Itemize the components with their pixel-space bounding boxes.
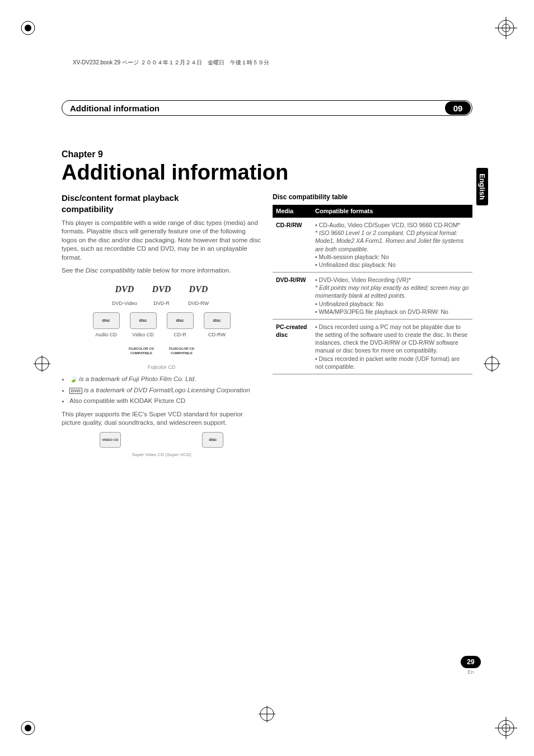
cd-r-logo: disc CD-R <box>167 312 194 338</box>
registration-mark-right <box>484 355 500 372</box>
disc-compat-table: Media Compatible formats CD-R/RW• CD-Aud… <box>273 205 472 374</box>
book-header-line: XV-DV232.book 29 ページ ２００４年１２月２４日 金曜日 午後１… <box>73 59 534 67</box>
language-tab: English <box>476 168 488 205</box>
media-cell: CD-R/RW <box>273 218 312 273</box>
cd-rw-logo: disc CD-RW <box>204 312 231 338</box>
section-title: Additional information <box>70 104 160 113</box>
audio-cd-logo: disc Audio CD <box>93 312 120 338</box>
formats-cell: • DVD-Video, Video Recording (VR)** Edit… <box>312 273 472 320</box>
fujicolor-cd-logo: FUJICOLOR CD COMPATIBLE <box>128 342 155 361</box>
page-lang: En <box>461 669 481 675</box>
svg-point-1 <box>25 25 31 31</box>
svg-point-7 <box>25 725 31 731</box>
fujicolor-cd-compat-logo: FUJICOLOR CD COMPATIBLE <box>168 342 195 361</box>
crop-mark-bottom-right <box>495 717 517 739</box>
compact-disc-svcd-logo: disc <box>202 432 223 448</box>
right-column: Disc compatibility table Media Compatibl… <box>273 192 472 458</box>
dvd-r-logo: DVD DVD-R <box>148 281 175 307</box>
fujicolor-logo-row: FUJICOLOR CD COMPATIBLE FUJICOLOR CD COM… <box>62 342 261 361</box>
chapter-label: Chapter 9 <box>62 149 472 159</box>
crop-mark-top-left <box>17 17 39 39</box>
compat-intro-para: This player is compatible with a wide ra… <box>62 219 261 262</box>
super-video-cd-logo: VIDEO CD <box>100 432 121 448</box>
fuji-trademark-bullet: 🍃 is a trademark of Fuji Photo Film Co. … <box>69 375 261 384</box>
svcd-para: This player supports the IEC's Super VCD… <box>62 410 261 428</box>
crop-mark-top-right <box>495 17 517 39</box>
page-number: 29 En <box>461 656 481 675</box>
kodak-bullet: Also compatible with KODAK Picture CD <box>69 397 261 406</box>
section-header: Additional information 09 <box>62 100 472 116</box>
svcd-logo-row: VIDEO CD disc <box>62 432 261 450</box>
cd-logo-row: disc Audio CD disc Video CD disc CD-R di… <box>62 312 261 338</box>
trademark-bullets: 🍃 is a trademark of Fuji Photo Film Co. … <box>62 375 261 406</box>
dvd-logo-icon: DVD <box>69 388 82 394</box>
table-row: CD-R/RW• CD-Audio, Video CD/Super VCD, I… <box>273 218 472 273</box>
compat-table-heading: Disc compatibility table <box>273 192 472 201</box>
th-formats: Compatible formats <box>312 205 472 218</box>
registration-mark-left <box>34 355 50 372</box>
dvd-rw-logo: DVD DVD-RW <box>185 281 212 307</box>
media-cell: DVD-R/RW <box>273 273 312 320</box>
fuji-leaf-icon: 🍃 <box>69 375 77 382</box>
table-row: DVD-R/RW• DVD-Video, Video Recording (VR… <box>273 273 472 320</box>
media-cell: PC-createddisc <box>273 319 312 374</box>
table-row: PC-createddisc• Discs recorded using a P… <box>273 319 472 374</box>
compat-see-table: See the Disc compatibility table below f… <box>62 266 261 275</box>
svcd-caption: Super Video CD (Super VCD) <box>62 452 261 458</box>
left-column: Disc/content format playback compatibili… <box>62 192 261 458</box>
dvd-logo-row: DVD DVD-Video DVD DVD-R DVD DVD-RW <box>62 281 261 307</box>
page-number-badge: 29 <box>461 656 481 668</box>
chapter-heading: Chapter 9 Additional information <box>62 149 472 185</box>
section-number: 09 <box>445 101 471 115</box>
formats-cell: • CD-Audio, Video CD/Super VCD, ISO 9660… <box>312 218 472 273</box>
dvd-trademark-bullet: DVD is a trademark of DVD Format/Logo Li… <box>69 386 261 395</box>
formats-cell: • Discs recorded using a PC may not be p… <box>312 319 472 374</box>
dvd-video-logo: DVD DVD-Video <box>111 281 138 307</box>
video-cd-logo: disc Video CD <box>130 312 157 338</box>
registration-mark-bottom <box>259 706 275 722</box>
fujicolor-caption: Fujicolor CD <box>62 364 261 370</box>
chapter-title: Additional information <box>62 161 472 185</box>
crop-mark-bottom-left <box>17 717 39 739</box>
th-media: Media <box>273 205 312 218</box>
compat-heading: Disc/content format playback compatibili… <box>62 192 261 215</box>
